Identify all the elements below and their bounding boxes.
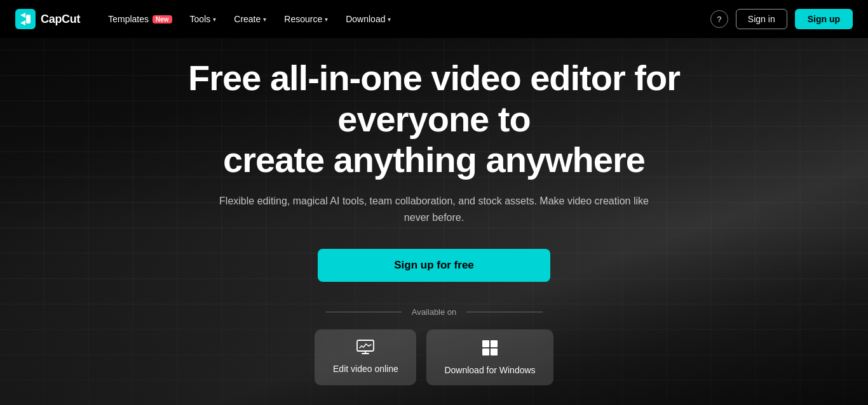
create-chevron-icon: ▾ bbox=[263, 16, 266, 23]
windows-icon bbox=[482, 340, 498, 360]
nav-resource-label: Resource bbox=[284, 14, 322, 24]
hero-section: Free all-in-one video editor for everyon… bbox=[0, 38, 868, 405]
capcut-logo-icon bbox=[15, 9, 36, 29]
signin-button[interactable]: Sign in bbox=[736, 9, 787, 29]
svg-line-7 bbox=[363, 344, 366, 347]
available-line-right bbox=[466, 312, 543, 312]
nav-item-tools[interactable]: Tools ▾ bbox=[182, 9, 224, 29]
svg-rect-1 bbox=[26, 15, 31, 23]
svg-rect-11 bbox=[491, 340, 498, 347]
nav-item-create[interactable]: Create ▾ bbox=[226, 9, 274, 29]
tools-chevron-icon: ▾ bbox=[213, 16, 216, 23]
download-windows-button[interactable]: Download for Windows bbox=[426, 329, 553, 385]
nav-right: ? Sign in Sign up bbox=[710, 9, 853, 29]
logo[interactable]: CapCut bbox=[15, 9, 80, 29]
svg-rect-12 bbox=[482, 349, 489, 355]
help-button[interactable]: ? bbox=[710, 10, 728, 28]
edit-online-label: Edit video online bbox=[333, 364, 398, 374]
svg-rect-2 bbox=[357, 340, 374, 351]
nav-download-label: Download bbox=[346, 14, 385, 24]
svg-rect-10 bbox=[482, 340, 489, 347]
hero-title-line1: Free all-in-one video editor for everyon… bbox=[188, 58, 680, 138]
available-on-section: Available on bbox=[163, 307, 705, 317]
nav-templates-label: Templates bbox=[108, 14, 149, 24]
available-on-label: Available on bbox=[412, 307, 457, 317]
help-icon: ? bbox=[717, 15, 721, 24]
signup-hero-button[interactable]: Sign up for free bbox=[318, 249, 550, 282]
nav-item-templates[interactable]: Templates New bbox=[100, 9, 179, 29]
nav-tools-label: Tools bbox=[190, 14, 211, 24]
resource-chevron-icon: ▾ bbox=[325, 16, 328, 23]
download-buttons-group: Edit video online Download for Windows bbox=[163, 329, 705, 385]
hero-subtitle: Flexible editing, magical AI tools, team… bbox=[212, 193, 656, 225]
monitor-icon bbox=[356, 340, 374, 359]
hero-title-line2: create anything anywhere bbox=[223, 140, 645, 180]
nav-links: Templates New Tools ▾ Create ▾ Resource … bbox=[100, 9, 710, 29]
edit-online-button[interactable]: Edit video online bbox=[315, 329, 416, 385]
hero-title: Free all-in-one video editor for everyon… bbox=[163, 58, 705, 180]
download-windows-label: Download for Windows bbox=[444, 365, 535, 375]
svg-line-9 bbox=[369, 345, 371, 346]
available-line-left bbox=[325, 312, 402, 312]
nav-item-resource[interactable]: Resource ▾ bbox=[276, 9, 336, 29]
svg-rect-13 bbox=[491, 349, 498, 355]
hero-content: Free all-in-one video editor for everyon… bbox=[148, 58, 720, 385]
signup-button[interactable]: Sign up bbox=[795, 9, 853, 29]
download-chevron-icon: ▾ bbox=[388, 16, 391, 23]
nav-item-download[interactable]: Download ▾ bbox=[338, 9, 398, 29]
logo-text: CapCut bbox=[41, 13, 80, 26]
svg-rect-0 bbox=[15, 9, 36, 29]
navbar: CapCut Templates New Tools ▾ Create ▾ Re… bbox=[0, 0, 868, 38]
templates-badge: New bbox=[153, 15, 172, 23]
nav-create-label: Create bbox=[234, 14, 261, 24]
